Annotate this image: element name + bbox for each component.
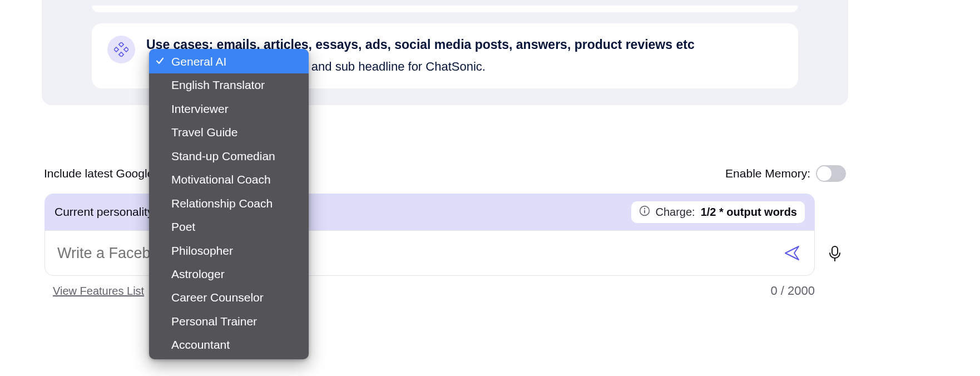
charge-pill: Charge: 1/2 * output words	[631, 201, 805, 223]
personality-option[interactable]: Interviewer	[149, 97, 309, 121]
personality-option-label: Astrologer	[171, 268, 225, 280]
current-personality-label: Current personality:	[55, 205, 156, 219]
personality-option-label: Stand-up Comedian	[171, 150, 275, 162]
svg-rect-2	[124, 47, 128, 52]
send-icon	[783, 244, 801, 262]
personality-option-label: Interviewer	[171, 102, 229, 115]
personality-option-label: Relationship Coach	[171, 197, 273, 210]
personality-option[interactable]: Philosopher	[149, 239, 309, 263]
char-count: 0 / 2000	[770, 284, 815, 298]
svg-rect-6	[644, 210, 645, 213]
personality-option[interactable]: Personal Trainer	[149, 310, 309, 333]
send-button[interactable]	[782, 243, 802, 263]
personality-option[interactable]: Poet	[149, 215, 309, 239]
charge-value: 1/2 * output words	[701, 206, 797, 219]
personality-option-label: Philosopher	[171, 244, 233, 257]
svg-rect-7	[832, 246, 838, 255]
personality-option[interactable]: Relationship Coach	[149, 192, 309, 215]
toggle-knob	[817, 166, 831, 181]
personality-option[interactable]: Stand-up Comedian	[149, 145, 309, 168]
svg-rect-3	[119, 52, 123, 57]
previous-card-edge	[92, 6, 798, 12]
view-features-link[interactable]: View Features List	[53, 285, 144, 298]
enable-memory-label: Enable Memory:	[725, 167, 810, 180]
personality-option[interactable]: General AI	[149, 49, 309, 73]
personality-option-label: General AI	[171, 55, 226, 68]
svg-rect-0	[119, 42, 123, 47]
personality-option[interactable]: Travel Guide	[149, 121, 309, 144]
personality-option-label: Personal Trainer	[171, 315, 257, 328]
svg-point-5	[644, 207, 645, 209]
diamond-cluster-icon	[107, 36, 135, 63]
personality-option-label: Travel Guide	[171, 126, 237, 138]
personality-option[interactable]: Career Counselor	[149, 286, 309, 309]
personality-option[interactable]: Astrologer	[149, 263, 309, 286]
personality-option-label: Motivational Coach	[171, 173, 271, 186]
personality-option[interactable]: Accountant	[149, 333, 309, 359]
mic-icon	[827, 245, 843, 262]
personality-dropdown[interactable]: General AIEnglish TranslatorInterviewerT…	[149, 49, 309, 359]
personality-option-label: Career Counselor	[171, 291, 264, 304]
enable-memory-toggle[interactable]	[816, 165, 846, 182]
personality-option-label: Accountant	[171, 338, 230, 351]
personality-option-label: Poet	[171, 220, 195, 233]
google-data-label: Include latest Google	[44, 167, 154, 180]
personality-option-label: English Translator	[171, 78, 265, 91]
charge-label: Charge:	[656, 206, 695, 219]
mic-button[interactable]	[825, 244, 845, 264]
personality-option[interactable]: English Translator	[149, 73, 309, 97]
personality-option[interactable]: Motivational Coach	[149, 168, 309, 191]
check-icon	[156, 53, 164, 70]
info-icon[interactable]	[639, 205, 650, 219]
svg-rect-1	[114, 47, 118, 52]
